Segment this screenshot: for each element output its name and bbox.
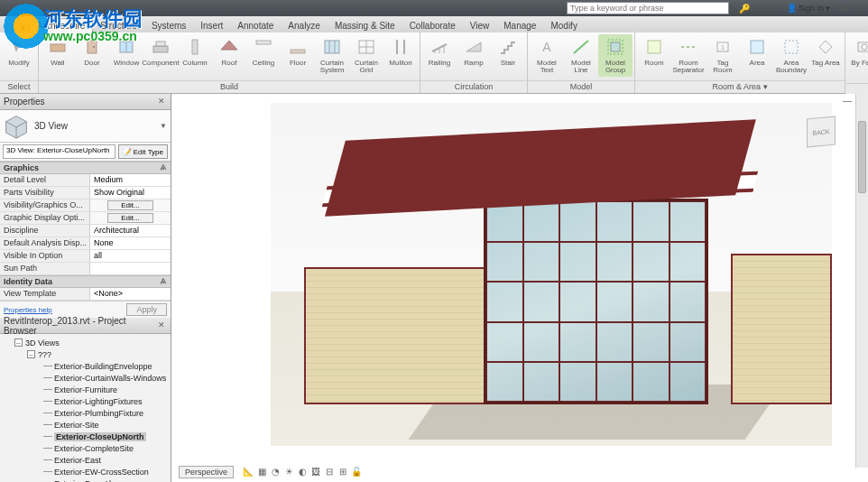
properties-close-icon[interactable]: ✕ <box>156 97 167 107</box>
view-tab-perspective[interactable]: Perspective <box>179 466 234 478</box>
exchange-apps-icon[interactable]: 🗙 <box>837 2 850 14</box>
ribbon-btn-model-text[interactable]: AModel Text <box>530 34 564 77</box>
prop-value[interactable]: all <box>90 250 171 262</box>
ribbon-btn-stair[interactable]: Stair <box>491 34 525 69</box>
ribbon-btn-railing[interactable]: Railing <box>422 34 457 69</box>
ribbon-tab-structure[interactable]: Structure <box>93 19 144 32</box>
prop-value[interactable]: Edit... <box>90 212 171 224</box>
exchange-icon[interactable]: ✕ <box>753 2 765 14</box>
edit-type-button[interactable]: 📝 Edit Type <box>118 144 168 159</box>
ribbon-btn-window[interactable]: Window <box>109 34 143 69</box>
ribbon-tab-manage[interactable]: Manage <box>496 19 543 32</box>
ribbon-btn-room[interactable]: Room <box>637 34 671 69</box>
tree-item-exterior-curtainwalls-windows[interactable]: Exterior-CurtainWalls-Windows <box>2 372 169 384</box>
ribbon-tab-massing-site[interactable]: Massing & Site <box>328 19 402 32</box>
tree-3d-views[interactable]: –3D Views <box>2 337 169 348</box>
ribbon-tab-systems[interactable]: Systems <box>144 19 193 32</box>
tree-sub[interactable]: –??? <box>2 348 169 360</box>
ribbon-btn-door[interactable]: Door <box>75 34 109 69</box>
detail-level-icon[interactable]: ▦ <box>256 467 267 477</box>
ribbon-btn-tag-area[interactable]: Tag Area <box>808 34 843 69</box>
type-name-field[interactable]: 3D View: Exterior-CloseUpNorth <box>3 144 115 159</box>
viewcube[interactable]: BACK <box>801 112 841 152</box>
shadows-icon[interactable]: ◐ <box>297 467 308 477</box>
ribbon-btn-curtain-grid[interactable]: Curtain Grid <box>349 34 383 77</box>
crop-view-icon[interactable]: ⊟ <box>324 467 335 477</box>
visual-style-icon[interactable]: ◔ <box>270 467 281 477</box>
ribbon-tab-insert[interactable]: Insert <box>193 19 230 32</box>
prop-row[interactable]: Parts VisibilityShow Original <box>0 187 171 199</box>
help-icon[interactable]: ? <box>852 2 864 14</box>
tree-item-exterior-buildingenveloppe[interactable]: Exterior-BuildingEnveloppe <box>2 360 169 372</box>
subscription-icon[interactable]: 🔑 <box>738 2 751 14</box>
prop-value[interactable]: Edit... <box>90 199 171 211</box>
prop-row[interactable]: Visibility/Graphics O...Edit... <box>0 199 171 212</box>
prop-value[interactable]: None <box>90 237 171 249</box>
sun-path-icon[interactable]: ☀ <box>283 467 294 477</box>
ribbon-tab-view[interactable]: View <box>463 19 497 32</box>
browser-close-icon[interactable]: ✕ <box>156 320 167 331</box>
prop-row[interactable]: View Template<None> <box>0 288 171 301</box>
drawing-canvas[interactable]: — ◻ BACK Perspective 📐 ▦ ◔ ☀ ◐ 🖼 <box>171 94 868 482</box>
ribbon-tab-modify[interactable]: Modify <box>543 19 584 32</box>
tree-item-exterior-completesite[interactable]: Exterior-CompleteSite <box>2 442 169 454</box>
view-minimize-icon[interactable]: — <box>843 96 852 106</box>
apply-button[interactable]: Apply <box>126 303 167 316</box>
ribbon-btn-modify[interactable]: Modify <box>2 34 36 69</box>
crop-region-icon[interactable]: ⊞ <box>337 467 348 477</box>
tree-item-exterior-site[interactable]: Exterior-Site <box>2 419 169 431</box>
prop-row[interactable]: Default Analysis Disp...None <box>0 237 171 250</box>
tree-item-exterior-ew-crosssection[interactable]: Exterior-EW-CrossSection <box>2 466 169 477</box>
signin-button[interactable]: 👤 Sign In ▾ <box>787 4 830 13</box>
prop-value[interactable]: Medium <box>90 174 171 186</box>
prop-group-identity-data[interactable]: Identity Data⩓ <box>0 275 171 288</box>
canvas-scrollbar[interactable] <box>855 94 868 468</box>
prop-row[interactable]: Visible In Optionall <box>0 250 171 263</box>
prop-value[interactable]: <None> <box>90 288 171 300</box>
type-selector[interactable]: 3D View ▼ <box>0 110 171 143</box>
tree-item-exterior-furniture[interactable]: Exterior-Furniture <box>2 384 169 395</box>
tree-item-exterior-closeupnorth[interactable]: Exterior-CloseUpNorth <box>2 431 169 442</box>
ribbon-btn-component[interactable]: Component <box>143 34 178 69</box>
ribbon-btn-room-separator[interactable]: Room Separator <box>671 34 706 77</box>
ribbon-btn-ceiling[interactable]: Ceiling <box>246 34 281 69</box>
ribbon-btn-ramp[interactable]: Ramp <box>457 34 491 69</box>
ribbon-tab-architecture[interactable]: Architecture <box>29 18 93 32</box>
ribbon-btn-area[interactable]: Area <box>740 34 774 69</box>
unlock-view-icon[interactable]: 🔓 <box>351 467 362 477</box>
project-browser-title[interactable]: RevitInterop_2013.rvt - Project Browser … <box>0 318 171 334</box>
viewcube-face[interactable]: BACK <box>807 116 836 148</box>
ribbon-tab-analyze[interactable]: Analyze <box>281 19 328 32</box>
prop-value[interactable]: Architectural <box>90 225 171 236</box>
tree-item-exterior-lightingfixtures[interactable]: Exterior-LightingFixtures <box>2 395 169 407</box>
prop-group-graphics[interactable]: Graphics⩓ <box>0 162 171 174</box>
tree-item-exterior-plumbingfixture[interactable]: Exterior-PlumbingFixture <box>2 407 169 419</box>
help-search-input[interactable] <box>567 2 729 14</box>
favorite-icon[interactable]: ☆ <box>767 2 780 14</box>
tree-item-exterior-east[interactable]: Exterior-East <box>2 454 169 466</box>
rendering-icon[interactable]: 🖼 <box>310 467 321 477</box>
properties-panel-title[interactable]: Properties ✕ <box>0 94 171 110</box>
prop-value[interactable]: Show Original <box>90 187 171 199</box>
ribbon-btn-roof[interactable]: Roof <box>212 34 246 69</box>
ribbon-btn-wall[interactable]: Wall <box>41 34 75 69</box>
ribbon-btn-tag-room[interactable]: 1Tag Room <box>706 34 740 77</box>
ribbon-btn-curtain-system[interactable]: Curtain System <box>315 34 349 77</box>
ribbon-btn-area-boundary[interactable]: Area Boundary <box>774 34 808 77</box>
prop-value[interactable] <box>90 263 171 274</box>
ribbon-btn-model-line[interactable]: Model Line <box>564 34 598 77</box>
prop-row[interactable]: Graphic Display Opti...Edit... <box>0 212 171 225</box>
scale-icon[interactable]: 📐 <box>243 467 254 477</box>
app-menu-arrow[interactable]: ▾ <box>16 23 29 32</box>
prop-row[interactable]: Detail LevelMedium <box>0 174 171 187</box>
ribbon-btn-floor[interactable]: Floor <box>281 34 315 69</box>
ribbon-btn-column[interactable]: Column <box>178 34 212 69</box>
ribbon-btn-model-group[interactable]: Model Group <box>598 34 633 77</box>
ribbon-btn-mullion[interactable]: Mullion <box>383 34 418 69</box>
tree-item-exterior-fromabove[interactable]: Exterior-FromAbove <box>2 477 169 482</box>
prop-row[interactable]: Sun Path <box>0 263 171 275</box>
ribbon-btn-by-face[interactable]: By Face <box>847 34 868 69</box>
prop-row[interactable]: DisciplineArchitectural <box>0 225 171 237</box>
ribbon-tab-annotate[interactable]: Annotate <box>230 19 281 32</box>
ribbon-tab-collaborate[interactable]: Collaborate <box>402 19 463 32</box>
